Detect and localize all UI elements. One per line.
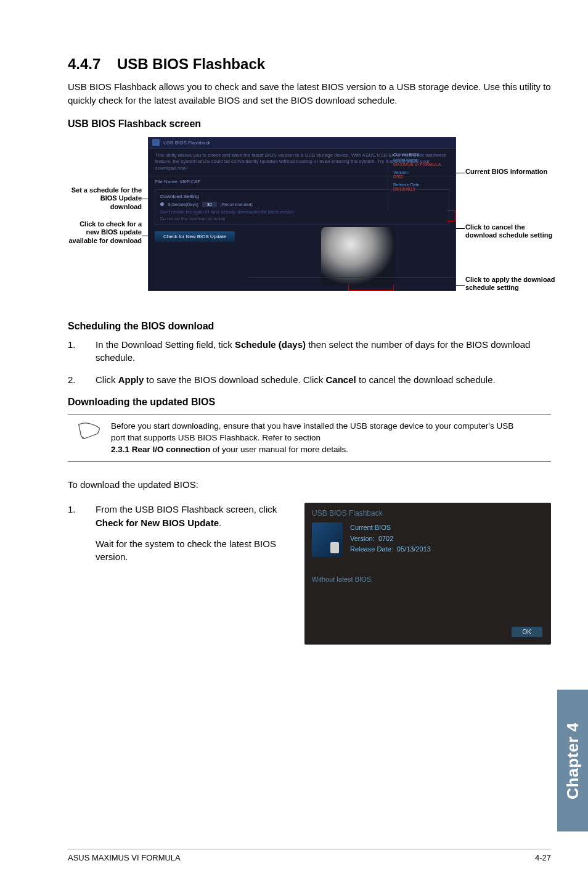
section-title: USB BIOS Flashback <box>117 56 265 72</box>
recommended-label: (Recommended) <box>221 202 253 207</box>
callout-click-apply: Click to apply the download schedule set… <box>465 276 558 293</box>
dialog-release-label: Release Date: <box>350 545 393 553</box>
callout-click-check: Click to check for a new BIOS update ava… <box>68 220 142 245</box>
shot-filename-value: M6F.CAP <box>180 179 201 184</box>
callout-set-schedule: Set a schedule for the BIOS Update downl… <box>68 186 142 212</box>
callout-line <box>456 228 465 229</box>
sidebar-version-value: 0702 <box>393 175 451 179</box>
step1-bold: Schedule (days) <box>235 339 306 350</box>
shot-window-title: USB BIOS Flashback <box>163 140 210 146</box>
note-line2: of your user manual for more details. <box>210 445 348 454</box>
radio-icon[interactable] <box>160 202 164 206</box>
step2-bold2: Cancel <box>326 374 356 385</box>
note-icon <box>68 421 111 440</box>
dialog-version-value: 0702 <box>378 535 393 542</box>
dialog-screenshot: USB BIOS Flashback Current BIOS Version:… <box>304 503 551 645</box>
dl-step1-pre: From the USB BIOS Flashback screen, clic… <box>96 504 277 514</box>
dialog-status: Without latest BIOS. <box>312 576 544 583</box>
list-item: 1. In the Download Setting field, tick S… <box>68 338 551 365</box>
dl-step1-post: . <box>219 518 221 528</box>
schedule-label: Schedule(Days) <box>168 202 198 207</box>
step2-mid: to save the BIOS download schedule. Clic… <box>144 374 325 385</box>
note-text: Before you start downloading, ensure tha… <box>111 421 551 456</box>
intro-paragraph: USB BIOS Flashback allows you to check a… <box>68 80 551 107</box>
downloading-heading: Downloading the updated BIOS <box>68 397 551 408</box>
note-bold: 2.3.1 Rear I/O connection <box>111 445 210 454</box>
screen-subheading: USB BIOS Flashback screen <box>68 118 551 130</box>
chapter-tab-label: Chapter 4 <box>563 722 582 799</box>
panel-subnote-2: Do not set the download schedule <box>160 217 444 221</box>
step2-bold1: Apply <box>118 374 144 385</box>
check-new-bios-button[interactable]: Check for New BIOS Update <box>155 231 235 242</box>
list-item: 1. From the USB BIOS Flashback screen, c… <box>68 503 292 564</box>
note-line1: Before you start downloading, ensure tha… <box>111 421 513 442</box>
list-number: 2. <box>68 373 96 387</box>
dialog-version-label: Version: <box>350 535 375 542</box>
two-column-row: 1. From the USB BIOS Flashback screen, c… <box>68 503 551 645</box>
download-intro: To download the updated BIOS: <box>68 478 551 492</box>
sidebar-release-label: Release Date: <box>393 183 451 187</box>
current-bios-sidebar: Current BIOS Model Name: MAXIMUS VI FORM… <box>388 149 455 210</box>
dialog-release-value: 05/13/2013 <box>397 545 431 553</box>
sidebar-model-value: MAXIMUS VI FORMULA <box>393 162 451 167</box>
sidebar-version-label: Version: <box>393 170 451 175</box>
cancel-bracket <box>447 210 455 221</box>
list-body: In the Download Setting field, tick Sche… <box>96 338 551 365</box>
shot-bottom-bar <box>248 277 455 291</box>
note-box: Before you start downloading, ensure tha… <box>68 414 551 463</box>
footer-product: ASUS MAXIMUS VI FORMULA <box>68 853 181 862</box>
chapter-tab: Chapter 4 <box>557 690 588 831</box>
list-number: 1. <box>68 503 96 564</box>
dialog-title: USB BIOS Flashback <box>312 509 544 518</box>
sidebar-current-label: Current BIOS <box>393 152 451 157</box>
callout-click-cancel: Click to cancel the download schedule se… <box>465 223 558 241</box>
shot-filename-label: File Name: <box>155 179 179 184</box>
dialog-ok-button[interactable]: OK <box>512 627 542 637</box>
callout-line <box>456 173 465 173</box>
page-footer: ASUS MAXIMUS VI FORMULA 4-27 <box>68 849 551 862</box>
sidebar-model-label: Model Name: <box>393 158 451 162</box>
step1-pre: In the Download Setting field, tick <box>96 339 235 350</box>
section-heading: 4.4.7USB BIOS Flashback <box>68 56 551 73</box>
footer-page-number: 4-27 <box>535 853 551 862</box>
dialog-info: Current BIOS Version: 0702 Release Date:… <box>350 522 431 557</box>
usb-icon <box>312 522 343 557</box>
callout-current-bios: Current BIOS information <box>465 168 558 176</box>
dl-step1-wait: Wait for the system to check the latest … <box>96 538 276 563</box>
step2-post: to cancel the download schedule. <box>356 374 496 385</box>
flashback-screenshot: USB BIOS Flashback This utility allows y… <box>148 137 456 291</box>
callout-line <box>456 285 465 286</box>
schedule-select[interactable]: 30 <box>202 202 217 207</box>
shot-titlebar: USB BIOS Flashback <box>149 138 455 149</box>
list-body: Click Apply to save the BIOS download sc… <box>96 373 551 387</box>
dl-step1-bold: Check for New BIOS Update <box>96 518 219 528</box>
list-number: 1. <box>68 338 96 365</box>
pencil-note-icon <box>77 422 102 440</box>
sidebar-release-value: 05/13/2013 <box>393 187 451 191</box>
asus-logo-icon <box>152 139 160 146</box>
dialog-current-label: Current BIOS <box>350 522 431 534</box>
scheduling-heading: Scheduling the BIOS download <box>68 321 551 332</box>
screenshot-figure: Set a schedule for the BIOS Update downl… <box>68 137 551 303</box>
step2-pre: Click <box>96 374 118 385</box>
apply-bracket <box>348 284 394 291</box>
list-body: From the USB BIOS Flashback screen, clic… <box>96 503 292 564</box>
panel-subnote-1: Don't remind me again if I have already … <box>160 210 444 214</box>
section-number: 4.4.7 <box>68 56 117 73</box>
list-item: 2. Click Apply to save the BIOS download… <box>68 373 551 387</box>
